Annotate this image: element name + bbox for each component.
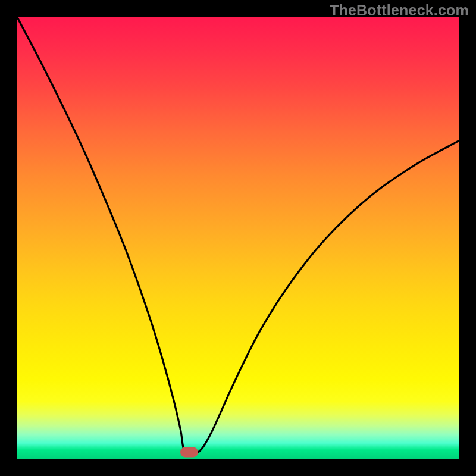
bottleneck-curve bbox=[17, 17, 459, 459]
plot-area bbox=[17, 17, 459, 459]
watermark-text: TheBottleneck.com bbox=[330, 2, 469, 19]
chart-frame: TheBottleneck.com bbox=[0, 0, 476, 476]
optimal-marker bbox=[180, 447, 198, 457]
